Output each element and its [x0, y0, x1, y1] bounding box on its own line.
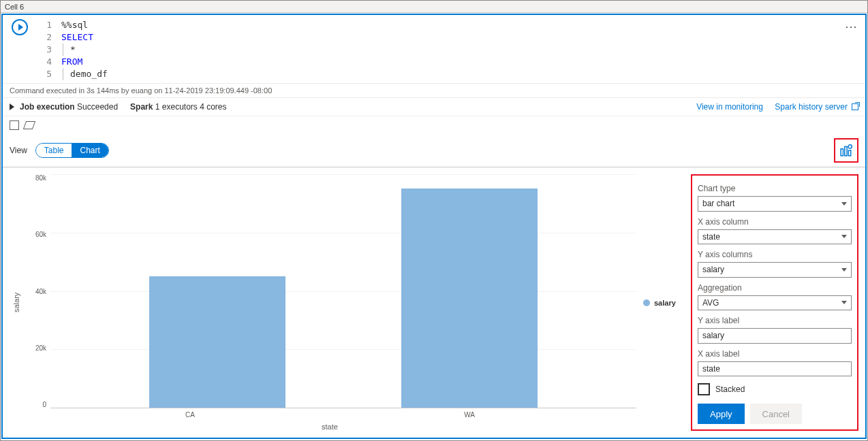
run-button[interactable] [12, 19, 28, 35]
chart-type-label: Chart type [698, 184, 852, 193]
chart-settings-icon [840, 144, 852, 157]
copy-icon[interactable] [10, 120, 19, 130]
y-col-label: Y axis columns [698, 250, 852, 259]
run-gutter [3, 15, 37, 83]
x-ticks: CA WA [23, 408, 636, 419]
chart-type-select[interactable]: bar chart [698, 196, 852, 212]
chevron-down-icon [841, 268, 847, 272]
line-numbers: 1 2 3 4 5 [37, 15, 57, 83]
chevron-down-icon [841, 235, 847, 238]
stacked-label: Stacked [715, 385, 745, 394]
expand-icon[interactable] [10, 103, 14, 110]
notebook-cell: Cell 6 1 2 3 4 5 %%%%sqlsql SELECT * FRO… [0, 0, 868, 441]
y-axis-label: salary [10, 174, 23, 431]
agg-select[interactable]: AVG [698, 295, 852, 311]
bar-ca [149, 276, 285, 408]
y-col-select[interactable]: salary [698, 262, 852, 278]
chart-config-panel: Chart type bar chart X axis column state… [691, 174, 858, 431]
cell-title: Cell 6 [5, 3, 24, 11]
cell-body: 1 2 3 4 5 %%%%sqlsql SELECT * FROM demo_… [1, 14, 867, 439]
xlabel-label: X axis label [698, 349, 852, 359]
play-icon [18, 24, 23, 31]
y-ticks: 80k 60k 40k 20k 0 [23, 174, 50, 408]
view-monitoring-link[interactable]: View in monitoring [696, 102, 763, 112]
plot-grid [50, 174, 636, 408]
output-tools [3, 116, 865, 134]
chart-legend: salary [636, 299, 684, 307]
svg-point-3 [848, 145, 852, 148]
xlabel-input[interactable]: state [698, 361, 852, 377]
command-status: Command executed in 3s 144ms by euang on… [3, 83, 865, 97]
svg-rect-2 [848, 150, 850, 156]
chevron-down-icon [841, 202, 847, 206]
stacked-checkbox[interactable] [698, 383, 710, 395]
chart-settings-button[interactable] [834, 138, 858, 163]
agg-label: Aggregation [698, 283, 852, 293]
cancel-button[interactable]: Cancel [750, 404, 802, 424]
apply-button[interactable]: Apply [698, 404, 745, 424]
view-label: View [10, 146, 27, 155]
ylabel-input[interactable]: salary [698, 328, 852, 344]
code-editor[interactable]: %%%%sqlsql SELECT * FROM demo_df [57, 15, 838, 83]
x-col-select[interactable]: state [698, 229, 852, 245]
legend-dot-icon [643, 299, 650, 306]
output-area: salary 80k 60k 40k 20k 0 [3, 167, 865, 438]
execution-bar: Job execution Succeeded Spark 1 executor… [3, 97, 865, 116]
view-switcher-row: View Table Chart [3, 134, 865, 167]
tab-table[interactable]: Table [36, 144, 72, 157]
external-link-icon [852, 103, 858, 110]
chart-zone: salary 80k 60k 40k 20k 0 [10, 174, 684, 431]
cell-title-bar: Cell 6 [1, 1, 867, 13]
spark-history-link[interactable]: Spark history server [775, 102, 858, 112]
bar-wa [401, 189, 538, 408]
more-menu[interactable]: ⋯ [838, 15, 865, 83]
code-section: 1 2 3 4 5 %%%%sqlsql SELECT * FROM demo_… [3, 15, 865, 83]
view-toggle: Table Chart [35, 143, 109, 158]
x-col-label: X axis column [698, 217, 852, 227]
x-axis-label: state [23, 419, 636, 431]
clear-icon[interactable] [23, 121, 35, 129]
tab-chart[interactable]: Chart [72, 144, 108, 157]
ylabel-label: Y axis label [698, 316, 852, 325]
chevron-down-icon [841, 301, 847, 304]
svg-rect-0 [841, 149, 843, 156]
svg-rect-1 [845, 146, 847, 156]
